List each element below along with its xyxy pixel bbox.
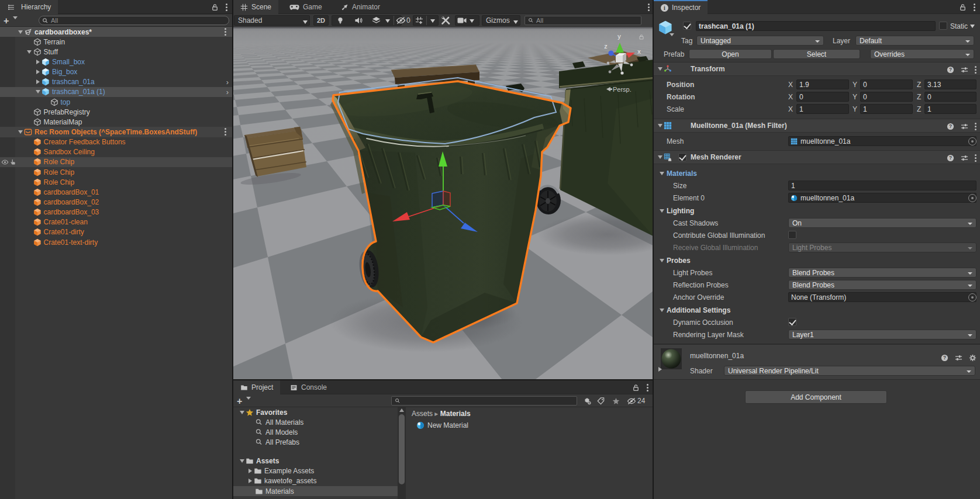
- svg-text:x: x: [637, 48, 641, 55]
- svg-text:y: y: [617, 33, 621, 40]
- svg-text:z: z: [604, 43, 608, 50]
- svg-text:Persp.: Persp.: [613, 86, 632, 93]
